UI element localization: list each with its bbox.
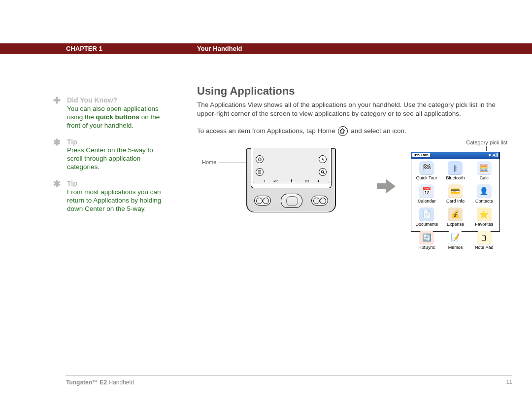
app-calendar[interactable]: 📅Calendar xyxy=(412,183,441,206)
tip-2-body: From most applications you can return to… xyxy=(67,188,161,212)
main-content: Using Applications The Applications View… xyxy=(197,85,512,144)
app-memos[interactable]: 📝Memos xyxy=(441,230,469,253)
find-soft-button-icon xyxy=(319,168,327,176)
app-icon: ᛒ xyxy=(448,161,463,175)
app-label: Contacts xyxy=(475,199,493,204)
asterisk-icon: ✱ xyxy=(53,179,61,188)
graffiti-123-label: 123 xyxy=(305,180,309,183)
app-label: Note Pad xyxy=(475,245,494,250)
app-calc[interactable]: 🧮Calc xyxy=(470,160,499,183)
section-para-2: To access an item from Applications, tap… xyxy=(197,126,512,136)
home-icon xyxy=(338,126,348,136)
chapter-header: CHAPTER 1 Your Handheld xyxy=(0,43,532,54)
page-footer: Tungsten™ E2 Handheld 11 xyxy=(66,376,512,394)
app-label: Memos xyxy=(448,245,463,250)
app-documents[interactable]: 📄Documents xyxy=(412,206,441,230)
product-name: Tungsten™ E2 Handheld xyxy=(66,379,134,386)
app-label: Calc xyxy=(480,175,489,180)
app-icon: 📄 xyxy=(419,207,434,221)
callout-picklist-line xyxy=(486,146,487,151)
menu-soft-button-icon xyxy=(256,168,264,176)
tip-1-body: Press Center on the 5-way to scroll thro… xyxy=(67,146,153,171)
svg-line-1 xyxy=(323,172,325,174)
section-title: Using Applications xyxy=(197,85,512,98)
asterisk-icon: ✱ xyxy=(53,138,61,147)
did-you-know-block: ✚ Did You Know? You can also open applic… xyxy=(53,96,168,130)
app-label: Card Info xyxy=(446,199,465,204)
five-way-navigator xyxy=(281,194,302,208)
app-label: Bluetooth xyxy=(446,175,465,180)
tip-1-block: ✱ Tip Press Center on the 5-way to scrol… xyxy=(53,138,168,172)
chapter-section: Your Handheld xyxy=(197,45,242,52)
app-contacts[interactable]: 👤Contacts xyxy=(470,183,499,206)
app-label: HotSync xyxy=(418,245,435,250)
application-grid: 🏁Quick TourᛒBluetooth🧮Calc📅Calendar💳Card… xyxy=(411,159,499,253)
home-soft-button-icon xyxy=(256,155,264,163)
app-favorites[interactable]: ⭐Favorites xyxy=(470,206,499,230)
app-icon: 🗒 xyxy=(477,231,492,244)
app-icon: 🏁 xyxy=(419,161,434,175)
app-label: Quick Tour xyxy=(416,175,437,180)
tip-2-head: Tip xyxy=(67,179,77,187)
hard-buttons-left xyxy=(254,196,271,206)
app-icon: 📝 xyxy=(448,231,463,244)
star-soft-button-icon: ★ xyxy=(319,155,327,163)
app-card-info[interactable]: 💳Card Info xyxy=(441,183,469,206)
app-icon: 🔄 xyxy=(419,231,434,244)
callout-home-line xyxy=(219,163,249,163)
para2-before: To access an item from Applications, tap… xyxy=(197,127,335,135)
callout-home-label: Home xyxy=(202,159,216,165)
screenshot-clock: 3:58 am xyxy=(412,153,430,157)
app-note-pad[interactable]: 🗒Note Pad xyxy=(470,230,499,253)
app-label: Expense xyxy=(447,222,464,227)
hard-buttons-right xyxy=(311,196,328,206)
category-pick-list[interactable]: ▾ All xyxy=(489,153,498,158)
handheld-illustration: ★ ABC 123 xyxy=(246,148,336,212)
app-quick-tour[interactable]: 🏁Quick Tour xyxy=(412,160,441,183)
app-label: Documents xyxy=(415,222,438,227)
screenshot-title-bar: 3:58 am ▾ All xyxy=(411,152,499,159)
page-number: 11 xyxy=(506,379,512,385)
figure: Home ★ xyxy=(197,139,512,238)
para2-after: and select an icon. xyxy=(351,127,406,135)
applications-view-screenshot: 3:58 am ▾ All 🏁Quick TourᛒBluetooth🧮Calc… xyxy=(411,152,500,232)
section-para-1: The Applications View shows all of the a… xyxy=(197,101,512,118)
app-icon: ⭐ xyxy=(477,207,492,221)
plus-icon: ✚ xyxy=(53,96,61,105)
tip-2-block: ✱ Tip From most applications you can ret… xyxy=(53,179,168,213)
svg-point-0 xyxy=(321,171,324,173)
app-icon: 💳 xyxy=(448,184,463,198)
margin-notes: ✚ Did You Know? You can also open applic… xyxy=(53,96,168,221)
app-icon: 💰 xyxy=(448,207,463,221)
chapter-label: CHAPTER 1 xyxy=(66,45,102,52)
graffiti-abc-label: ABC xyxy=(273,180,278,183)
app-bluetooth[interactable]: ᛒBluetooth xyxy=(441,160,469,183)
app-expense[interactable]: 💰Expense xyxy=(441,206,469,230)
app-icon: 👤 xyxy=(477,184,492,198)
did-you-know-head: Did You Know? xyxy=(67,96,117,104)
app-icon: 🧮 xyxy=(477,161,492,175)
app-label: Calendar xyxy=(418,199,436,204)
pick-list-value: All xyxy=(492,153,498,158)
quick-buttons-link[interactable]: quick buttons xyxy=(96,113,140,121)
callout-picklist-label: Category pick list xyxy=(466,139,507,145)
tip-1-head: Tip xyxy=(67,138,77,146)
app-hotsync[interactable]: 🔄HotSync xyxy=(412,230,441,253)
app-icon: 📅 xyxy=(419,184,434,198)
app-label: Favorites xyxy=(475,222,493,227)
